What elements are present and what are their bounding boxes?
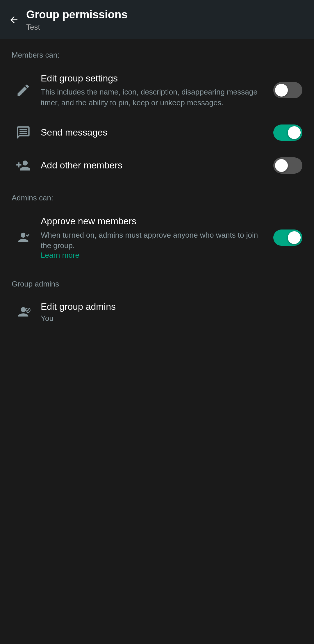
toggle-knob xyxy=(288,126,301,139)
toggle-knob xyxy=(275,159,288,172)
learn-more-link[interactable]: Learn more xyxy=(41,251,79,259)
edit-group-admins-title: Edit group admins xyxy=(41,301,297,312)
edit-group-settings-content: Edit group settings This includes the na… xyxy=(35,72,273,108)
members-can-label: Members can: xyxy=(0,39,314,64)
approve-new-members-desc: When turned on, admins must approve anyo… xyxy=(41,230,267,251)
toggle-knob xyxy=(288,231,301,244)
edit-group-admins-content: Edit group admins You xyxy=(35,301,302,323)
add-other-members-row: Add other members xyxy=(0,149,314,182)
back-button[interactable] xyxy=(9,15,19,25)
message-icon xyxy=(12,125,35,140)
add-other-members-toggle[interactable] xyxy=(273,157,302,174)
page-title: Group permissions xyxy=(26,8,127,22)
approve-new-members-content: Approve new members When turned on, admi… xyxy=(35,215,273,260)
edit-group-admins-subtitle: You xyxy=(41,314,297,323)
admin-person-icon xyxy=(12,305,35,320)
send-messages-title: Send messages xyxy=(41,127,267,139)
send-messages-toggle[interactable] xyxy=(273,124,302,141)
group-admins-label: Group admins xyxy=(0,268,314,293)
edit-group-admins-row[interactable]: Edit group admins You xyxy=(0,293,314,331)
approve-new-members-title: Approve new members xyxy=(41,215,267,227)
send-messages-row: Send messages xyxy=(0,116,314,149)
header-text: Group permissions Test xyxy=(26,8,127,32)
approve-person-icon xyxy=(12,230,35,245)
edit-group-settings-toggle[interactable] xyxy=(273,82,302,98)
admins-can-label: Admins can: xyxy=(0,182,314,207)
add-other-members-title: Add other members xyxy=(41,159,267,172)
send-messages-content: Send messages xyxy=(35,127,273,139)
edit-group-settings-row: Edit group settings This includes the na… xyxy=(0,64,314,116)
edit-group-settings-desc: This includes the name, icon, descriptio… xyxy=(41,87,267,108)
edit-group-settings-title: Edit group settings xyxy=(41,72,267,85)
header: Group permissions Test xyxy=(0,0,314,39)
add-other-members-content: Add other members xyxy=(35,159,273,172)
toggle-knob xyxy=(275,84,288,97)
page-subtitle: Test xyxy=(26,23,127,32)
edit-icon xyxy=(12,83,35,98)
approve-new-members-toggle[interactable] xyxy=(273,230,302,246)
add-person-icon xyxy=(12,158,35,173)
approve-new-members-row: Approve new members When turned on, admi… xyxy=(0,207,314,268)
